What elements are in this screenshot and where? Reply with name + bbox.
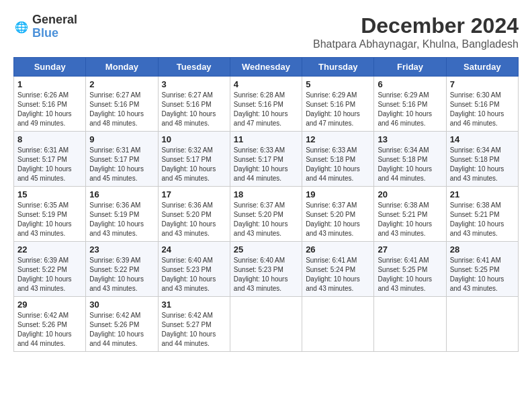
day-number: 12 — [306, 134, 370, 144]
day-info: Sunrise: 6:29 AM Sunset: 5:16 PM Dayligh… — [306, 91, 370, 128]
day-cell: 27 Sunrise: 6:41 AM Sunset: 5:25 PM Dayl… — [374, 242, 446, 297]
day-number: 18 — [234, 189, 298, 199]
day-info: Sunrise: 6:36 AM Sunset: 5:19 PM Dayligh… — [89, 201, 154, 238]
day-cell: 8 Sunrise: 6:31 AM Sunset: 5:17 PM Dayli… — [14, 132, 86, 187]
day-info: Sunrise: 6:40 AM Sunset: 5:23 PM Dayligh… — [162, 256, 226, 293]
week-row-2: 8 Sunrise: 6:31 AM Sunset: 5:17 PM Dayli… — [14, 132, 519, 187]
day-info: Sunrise: 6:31 AM Sunset: 5:17 PM Dayligh… — [89, 146, 154, 183]
week-row-5: 29 Sunrise: 6:42 AM Sunset: 5:26 PM Dayl… — [14, 297, 519, 352]
day-number: 20 — [378, 189, 442, 199]
day-number: 25 — [234, 244, 298, 255]
day-cell: 28 Sunrise: 6:41 AM Sunset: 5:25 PM Dayl… — [446, 242, 518, 297]
calendar-header: SundayMondayTuesdayWednesdayThursdayFrid… — [14, 58, 519, 77]
logo-icon: 🌐 — [13, 19, 30, 35]
day-info: Sunrise: 6:32 AM Sunset: 5:17 PM Dayligh… — [162, 146, 226, 183]
day-info: Sunrise: 6:39 AM Sunset: 5:22 PM Dayligh… — [89, 256, 154, 293]
day-info: Sunrise: 6:33 AM Sunset: 5:18 PM Dayligh… — [306, 146, 370, 183]
day-info: Sunrise: 6:33 AM Sunset: 5:17 PM Dayligh… — [234, 146, 298, 183]
day-info: Sunrise: 6:41 AM Sunset: 5:25 PM Dayligh… — [450, 256, 515, 293]
day-info: Sunrise: 6:28 AM Sunset: 5:16 PM Dayligh… — [234, 91, 298, 128]
day-cell: 6 Sunrise: 6:29 AM Sunset: 5:16 PM Dayli… — [374, 77, 446, 132]
day-info: Sunrise: 6:29 AM Sunset: 5:16 PM Dayligh… — [378, 91, 442, 128]
day-cell: 10 Sunrise: 6:32 AM Sunset: 5:17 PM Dayl… — [158, 132, 230, 187]
title-section: December 2024 Bhatpara Abhaynagar, Khuln… — [313, 13, 519, 50]
day-number: 16 — [89, 189, 154, 199]
day-info: Sunrise: 6:42 AM Sunset: 5:27 PM Dayligh… — [162, 311, 226, 349]
day-number: 1 — [17, 79, 82, 89]
day-cell — [374, 297, 446, 352]
day-cell: 1 Sunrise: 6:26 AM Sunset: 5:16 PM Dayli… — [14, 77, 86, 132]
day-cell: 16 Sunrise: 6:36 AM Sunset: 5:19 PM Dayl… — [86, 187, 158, 242]
calendar-body: 1 Sunrise: 6:26 AM Sunset: 5:16 PM Dayli… — [14, 77, 519, 352]
day-cell: 26 Sunrise: 6:41 AM Sunset: 5:24 PM Dayl… — [302, 242, 374, 297]
day-cell: 9 Sunrise: 6:31 AM Sunset: 5:17 PM Dayli… — [86, 132, 158, 187]
day-cell: 11 Sunrise: 6:33 AM Sunset: 5:17 PM Dayl… — [230, 132, 302, 187]
day-info: Sunrise: 6:34 AM Sunset: 5:18 PM Dayligh… — [450, 146, 515, 183]
day-info: Sunrise: 6:42 AM Sunset: 5:26 PM Dayligh… — [89, 311, 154, 349]
day-number: 26 — [306, 244, 370, 255]
day-number: 22 — [17, 244, 82, 255]
month-title: December 2024 — [313, 13, 519, 38]
day-number: 13 — [378, 134, 442, 144]
day-number: 7 — [450, 79, 515, 89]
week-row-4: 22 Sunrise: 6:39 AM Sunset: 5:22 PM Dayl… — [14, 242, 519, 297]
day-info: Sunrise: 6:35 AM Sunset: 5:19 PM Dayligh… — [17, 201, 82, 238]
header-day-monday: Monday — [86, 58, 158, 77]
day-number: 6 — [378, 79, 442, 89]
day-cell: 23 Sunrise: 6:39 AM Sunset: 5:22 PM Dayl… — [86, 242, 158, 297]
day-number: 17 — [162, 189, 226, 199]
header-day-saturday: Saturday — [446, 58, 518, 77]
day-info: Sunrise: 6:30 AM Sunset: 5:16 PM Dayligh… — [450, 91, 515, 128]
day-info: Sunrise: 6:40 AM Sunset: 5:23 PM Dayligh… — [234, 256, 298, 293]
day-number: 28 — [450, 244, 515, 255]
logo: 🌐 General Blue — [13, 13, 77, 40]
day-cell: 30 Sunrise: 6:42 AM Sunset: 5:26 PM Dayl… — [86, 297, 158, 352]
day-cell: 2 Sunrise: 6:27 AM Sunset: 5:16 PM Dayli… — [86, 77, 158, 132]
day-number: 23 — [89, 244, 154, 255]
header-day-thursday: Thursday — [302, 58, 374, 77]
day-number: 27 — [378, 244, 442, 255]
day-cell: 3 Sunrise: 6:27 AM Sunset: 5:16 PM Dayli… — [158, 77, 230, 132]
day-cell: 31 Sunrise: 6:42 AM Sunset: 5:27 PM Dayl… — [158, 297, 230, 352]
header-day-wednesday: Wednesday — [230, 58, 302, 77]
header-day-sunday: Sunday — [14, 58, 86, 77]
day-number: 15 — [17, 189, 82, 199]
header-day-tuesday: Tuesday — [158, 58, 230, 77]
week-row-1: 1 Sunrise: 6:26 AM Sunset: 5:16 PM Dayli… — [14, 77, 519, 132]
day-cell — [446, 297, 518, 352]
day-cell: 17 Sunrise: 6:36 AM Sunset: 5:20 PM Dayl… — [158, 187, 230, 242]
day-number: 14 — [450, 134, 515, 144]
day-cell: 4 Sunrise: 6:28 AM Sunset: 5:16 PM Dayli… — [230, 77, 302, 132]
day-number: 24 — [162, 244, 226, 255]
day-cell: 21 Sunrise: 6:38 AM Sunset: 5:21 PM Dayl… — [446, 187, 518, 242]
day-info: Sunrise: 6:42 AM Sunset: 5:26 PM Dayligh… — [17, 311, 82, 349]
day-cell: 7 Sunrise: 6:30 AM Sunset: 5:16 PM Dayli… — [446, 77, 518, 132]
day-info: Sunrise: 6:36 AM Sunset: 5:20 PM Dayligh… — [162, 201, 226, 238]
day-number: 5 — [306, 79, 370, 89]
calendar-table: SundayMondayTuesdayWednesdayThursdayFrid… — [13, 57, 519, 352]
day-info: Sunrise: 6:27 AM Sunset: 5:16 PM Dayligh… — [162, 91, 226, 128]
day-cell: 25 Sunrise: 6:40 AM Sunset: 5:23 PM Dayl… — [230, 242, 302, 297]
day-cell: 20 Sunrise: 6:38 AM Sunset: 5:21 PM Dayl… — [374, 187, 446, 242]
day-info: Sunrise: 6:37 AM Sunset: 5:20 PM Dayligh… — [306, 201, 370, 238]
day-number: 31 — [162, 300, 226, 310]
header-day-friday: Friday — [374, 58, 446, 77]
day-info: Sunrise: 6:41 AM Sunset: 5:25 PM Dayligh… — [378, 256, 442, 293]
day-info: Sunrise: 6:38 AM Sunset: 5:21 PM Dayligh… — [450, 201, 515, 238]
day-info: Sunrise: 6:31 AM Sunset: 5:17 PM Dayligh… — [17, 146, 82, 183]
svg-text:🌐: 🌐 — [15, 20, 28, 33]
day-info: Sunrise: 6:41 AM Sunset: 5:24 PM Dayligh… — [306, 256, 370, 293]
day-number: 8 — [17, 134, 82, 144]
week-row-3: 15 Sunrise: 6:35 AM Sunset: 5:19 PM Dayl… — [14, 187, 519, 242]
day-number: 10 — [162, 134, 226, 144]
day-cell: 5 Sunrise: 6:29 AM Sunset: 5:16 PM Dayli… — [302, 77, 374, 132]
day-info: Sunrise: 6:39 AM Sunset: 5:22 PM Dayligh… — [17, 256, 82, 293]
day-cell: 22 Sunrise: 6:39 AM Sunset: 5:22 PM Dayl… — [14, 242, 86, 297]
day-cell: 14 Sunrise: 6:34 AM Sunset: 5:18 PM Dayl… — [446, 132, 518, 187]
day-number: 30 — [89, 300, 154, 310]
header-row: SundayMondayTuesdayWednesdayThursdayFrid… — [14, 58, 519, 77]
day-number: 21 — [450, 189, 515, 199]
day-number: 29 — [17, 300, 82, 310]
day-number: 2 — [89, 79, 154, 89]
day-cell — [230, 297, 302, 352]
